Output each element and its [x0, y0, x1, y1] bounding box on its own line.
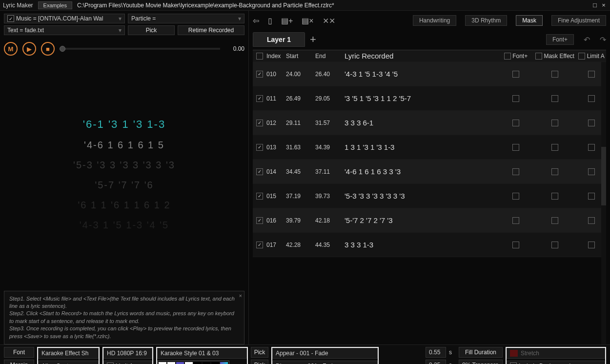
color-swatch[interactable]: [211, 362, 219, 364]
row-limit-checkbox[interactable]: [588, 242, 595, 248]
delete-all-icon[interactable]: ⨯⨯: [323, 16, 335, 25]
transparency-dropdown[interactable]: 0% Transpare: [459, 360, 503, 364]
row-checkbox[interactable]: ✓: [256, 71, 263, 78]
appear-effect-dropdown[interactable]: Appear - 001 - Fade: [272, 348, 378, 359]
include-background-toggle[interactable]: ✓Include Background: [507, 361, 605, 364]
row-checkbox[interactable]: ✓: [256, 242, 263, 248]
table-row[interactable]: ✓01537.1939.73'5-3 '3 3 '3 3 '3 3 '3: [253, 184, 606, 208]
row-checkbox[interactable]: ✓: [256, 193, 263, 200]
table-row[interactable]: ✓01434.4537.11'4-6 1 6 1 6 3 3 '3: [253, 160, 606, 184]
row-checkbox[interactable]: ✓: [256, 168, 263, 175]
row-font-checkbox[interactable]: [512, 242, 519, 248]
karaoke-style-dropdown[interactable]: Karaoke Style 01 & 03: [157, 348, 247, 359]
table-row[interactable]: ✓01742.2844.353 3 3 1-3: [253, 233, 606, 257]
dropdown-icon[interactable]: ▾: [119, 15, 122, 22]
row-mask-checkbox[interactable]: [551, 144, 558, 151]
maximize-icon[interactable]: □: [591, 2, 598, 9]
table-scrollbar[interactable]: [601, 62, 606, 344]
add-row-icon[interactable]: ▤+: [281, 16, 293, 25]
row-font-checkbox[interactable]: [512, 193, 519, 200]
table-row[interactable]: ✓01229.1131.573 3 3 6-1: [253, 111, 606, 135]
examples-button[interactable]: Examples: [38, 1, 72, 9]
row-limit-checkbox[interactable]: [588, 193, 595, 200]
align-dropdown[interactable]: Align Center: [38, 361, 99, 364]
limit-all-checkbox[interactable]: [578, 53, 585, 60]
pick-disappear-button[interactable]: Pick: [251, 360, 268, 364]
undo-icon[interactable]: ↶: [584, 35, 590, 44]
row-limit-checkbox[interactable]: [588, 217, 595, 224]
row-font-checkbox[interactable]: [512, 168, 519, 175]
close-icon[interactable]: ×: [600, 2, 607, 9]
row-mask-checkbox[interactable]: [551, 71, 558, 78]
color-swatch[interactable]: [176, 362, 184, 364]
handwriting-tab[interactable]: Handwriting: [413, 15, 456, 26]
help-close-icon[interactable]: ×: [239, 292, 242, 300]
row-font-checkbox[interactable]: [512, 144, 519, 151]
row-limit-checkbox[interactable]: [588, 168, 595, 175]
color-swatch[interactable]: [185, 362, 193, 364]
color-swatch[interactable]: [194, 362, 202, 364]
font-all-checkbox[interactable]: [504, 53, 511, 60]
color-swatch[interactable]: [203, 362, 210, 364]
pick-button[interactable]: Pick: [128, 25, 175, 35]
row-checkbox[interactable]: ✓: [256, 217, 263, 224]
layer-tab[interactable]: Layer 1: [253, 32, 305, 47]
mask-tab[interactable]: Mask: [516, 15, 543, 26]
timeline-slider[interactable]: [60, 48, 220, 50]
play-button[interactable]: ▶: [22, 42, 36, 56]
add-layer-icon[interactable]: +: [310, 33, 316, 46]
row-mask-checkbox[interactable]: [551, 95, 558, 102]
row-font-checkbox[interactable]: [512, 120, 519, 126]
table-row[interactable]: ✓01639.7942.18'5-'7 2 '7 2 '7 '3: [253, 208, 606, 233]
color-swatch[interactable]: [159, 362, 166, 364]
row-mask-checkbox[interactable]: [551, 193, 558, 200]
fine-adjustment-tab[interactable]: Fine Adjustment: [551, 15, 606, 26]
row-checkbox[interactable]: ✓: [256, 144, 263, 151]
fill-duration-button[interactable]: Fill Duration: [459, 347, 503, 358]
row-checkbox[interactable]: ✓: [256, 95, 263, 102]
mask-all-checkbox[interactable]: [535, 53, 542, 60]
delete-row-icon[interactable]: ▤×: [302, 16, 313, 25]
row-font-checkbox[interactable]: [512, 217, 519, 224]
marker-button[interactable]: M: [4, 42, 18, 56]
row-limit-checkbox[interactable]: [588, 120, 595, 126]
music-field[interactable]: ✓ Music = [ONTIVA.COM]-Alan Wal ▾: [4, 14, 125, 23]
font-button[interactable]: Font: [4, 347, 34, 358]
row-font-checkbox[interactable]: [512, 71, 519, 78]
color-swatch[interactable]: [167, 362, 175, 364]
disappear-duration-input[interactable]: 0.25: [426, 360, 446, 364]
karaoke-effect-dropdown[interactable]: Karaoke Effect Sh: [38, 348, 99, 359]
bookmark-icon[interactable]: ▯: [268, 16, 272, 25]
dropdown-icon[interactable]: ▾: [119, 27, 122, 34]
table-row[interactable]: ✓01331.6334.391 3 1 '3 1 '3 1-3: [253, 135, 606, 160]
stop-button[interactable]: ■: [41, 42, 55, 56]
row-mask-checkbox[interactable]: [551, 242, 558, 248]
table-row[interactable]: ✓01126.4929.05'3 '5 1 '5 '3 1 1 2 '5-7: [253, 86, 606, 111]
stretch-dropdown[interactable]: Stretch: [507, 348, 605, 359]
table-row[interactable]: ✓01024.0026.40'4-3 1 '5 1-3 '4 '5: [253, 62, 606, 86]
margin-button[interactable]: Margin: [4, 360, 34, 364]
dropdown-icon[interactable]: ▾: [238, 15, 241, 22]
music-checkbox[interactable]: ✓: [7, 15, 14, 22]
color-swatch[interactable]: [220, 362, 228, 364]
particle-field[interactable]: Particle = ▾: [128, 14, 244, 23]
text-field[interactable]: Text = fade.txt ▾: [4, 25, 125, 35]
select-all-checkbox[interactable]: [256, 53, 263, 60]
row-mask-checkbox[interactable]: [551, 217, 558, 224]
font-plus-button[interactable]: Font+: [546, 34, 574, 45]
resolution-dropdown[interactable]: HD 1080P 16:9: [103, 348, 152, 359]
row-limit-checkbox[interactable]: [588, 71, 595, 78]
pick-appear-button[interactable]: Pick: [251, 347, 268, 358]
back-icon[interactable]: ⇦: [253, 16, 259, 25]
color-swatches[interactable]: [157, 361, 247, 364]
row-checkbox[interactable]: ✓: [256, 120, 263, 126]
row-font-checkbox[interactable]: [512, 95, 519, 102]
retime-button[interactable]: Retime Recorded: [178, 25, 244, 35]
3d-rhythm-tab[interactable]: 3D Rhythm: [465, 15, 507, 26]
limit-area-dropdown[interactable]: ✓Limit Area: [103, 361, 152, 364]
row-mask-checkbox[interactable]: [551, 168, 558, 175]
row-limit-checkbox[interactable]: [588, 95, 595, 102]
row-limit-checkbox[interactable]: [588, 144, 595, 151]
row-mask-checkbox[interactable]: [551, 120, 558, 126]
redo-icon[interactable]: ↷: [600, 35, 606, 44]
